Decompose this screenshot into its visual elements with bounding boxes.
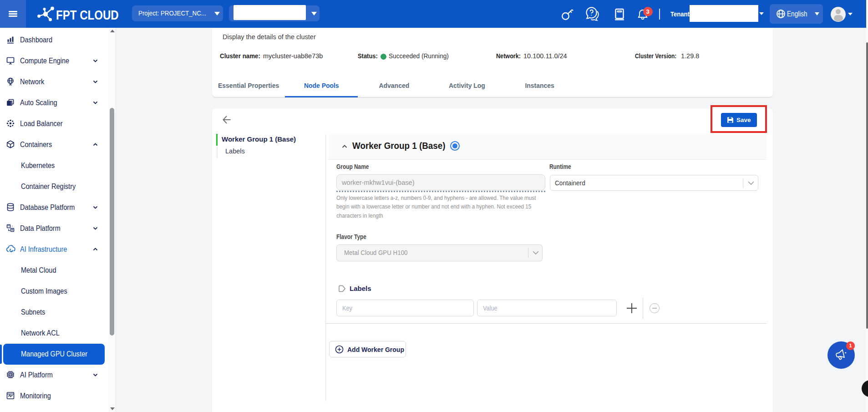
- svg-text:AI: AI: [10, 374, 12, 376]
